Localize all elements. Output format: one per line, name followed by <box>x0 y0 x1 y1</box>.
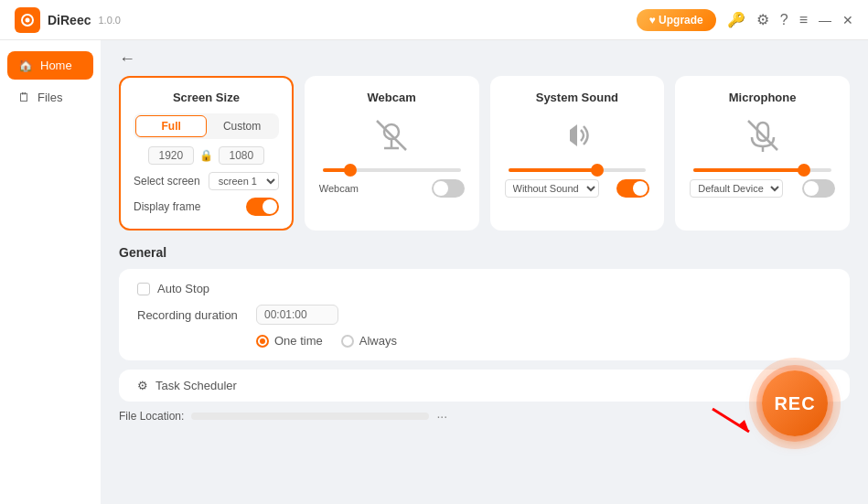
always-option[interactable]: Always <box>341 334 397 348</box>
always-radio[interactable] <box>341 335 354 348</box>
file-location-label: File Location: <box>119 410 184 423</box>
full-button[interactable]: Full <box>135 115 207 137</box>
custom-button[interactable]: Custom <box>207 115 276 137</box>
sidebar-item-files[interactable]: 🗒 Files <box>7 83 93 112</box>
size-toggle: Full Custom <box>134 113 279 139</box>
sidebar-item-home[interactable]: 🏠 Home <box>7 51 93 80</box>
webcam-icon <box>319 113 465 161</box>
key-icon[interactable]: 🔑 <box>727 11 745 28</box>
microphone-card: Microphone <box>675 76 850 231</box>
select-screen-label: Select screen <box>134 175 200 188</box>
close-button[interactable]: ✕ <box>842 13 853 27</box>
content-wrapper: ← Screen Size Full Custom 🔒 <box>101 40 868 504</box>
radio-row: One time Always <box>256 334 831 348</box>
menu-icon[interactable]: ≡ <box>799 12 808 28</box>
main-layout: 🏠 Home 🗒 Files ← Screen Size Full Custom <box>0 40 868 504</box>
screen-size-card: Screen Size Full Custom 🔒 Select screen … <box>119 76 294 231</box>
files-icon: 🗒 <box>18 91 30 104</box>
system-sound-select[interactable]: Without Sound <box>505 179 599 198</box>
rec-button[interactable]: REC <box>762 370 828 436</box>
webcam-title: Webcam <box>319 91 465 104</box>
one-time-option[interactable]: One time <box>256 334 323 348</box>
rec-label: REC <box>774 393 815 414</box>
sidebar-files-label: Files <box>38 91 62 104</box>
width-input[interactable] <box>148 146 194 165</box>
minimize-button[interactable]: — <box>819 13 831 27</box>
cards-row: Screen Size Full Custom 🔒 Select screen … <box>101 69 868 241</box>
title-bar-left: DiReec 1.0.0 <box>15 7 121 33</box>
microphone-select[interactable]: Default Device <box>690 179 783 198</box>
microphone-slider-track[interactable] <box>693 168 831 172</box>
webcam-slider-track[interactable] <box>323 168 461 172</box>
microphone-slider-fill <box>693 168 804 172</box>
content-header: ← <box>101 40 868 69</box>
microphone-icon <box>690 113 835 161</box>
screen-select[interactable]: screen 1 <box>209 172 279 190</box>
system-sound-toggle[interactable] <box>616 179 649 198</box>
webcam-label: Webcam <box>319 183 359 194</box>
task-scheduler-row[interactable]: ⚙ Task Scheduler <box>119 370 850 402</box>
task-scheduler-label: Task Scheduler <box>155 379 237 392</box>
sidebar: 🏠 Home 🗒 Files <box>0 40 101 504</box>
general-content: Auto Stop Recording duration One time <box>119 269 850 360</box>
display-frame-row: Display frame <box>134 198 279 216</box>
autostop-row: Auto Stop <box>137 282 831 295</box>
one-time-radio[interactable] <box>256 335 269 348</box>
display-frame-toggle[interactable] <box>246 198 279 216</box>
general-section: General Auto Stop Recording duration One… <box>101 241 868 370</box>
app-name: DiReec <box>48 13 91 27</box>
webcam-slider-row <box>319 168 465 172</box>
duration-input[interactable] <box>256 305 338 325</box>
sidebar-home-label: Home <box>40 59 72 72</box>
recording-duration-label: Recording duration <box>137 308 247 322</box>
webcam-card: Webcam <box>305 76 479 231</box>
back-button[interactable]: ← <box>119 49 135 69</box>
microphone-title: Microphone <box>690 91 835 104</box>
lock-icon: 🔒 <box>199 149 213 162</box>
home-icon: 🏠 <box>18 59 33 72</box>
always-label: Always <box>359 334 397 348</box>
webcam-card-bottom: Webcam <box>319 179 465 198</box>
settings-icon[interactable]: ⚙ <box>756 11 769 28</box>
general-title: General <box>119 245 850 260</box>
title-bar: DiReec 1.0.0 ♥ Upgrade 🔑 ⚙ ? ≡ — ✕ <box>0 0 868 40</box>
one-time-label: One time <box>274 334 323 348</box>
autostop-label: Auto Stop <box>157 282 209 295</box>
system-sound-slider-fill <box>509 168 598 172</box>
app-version: 1.0.0 <box>98 15 120 26</box>
svg-marker-6 <box>570 124 577 146</box>
svg-point-1 <box>26 17 30 22</box>
rec-middle-ring: REC <box>756 365 833 442</box>
rec-outer-ring: REC <box>749 358 841 449</box>
system-sound-card-bottom: Without Sound <box>505 179 650 198</box>
resolution-row: 🔒 <box>134 146 279 165</box>
webcam-slider-thumb[interactable] <box>344 164 357 177</box>
microphone-slider-thumb[interactable] <box>798 164 810 177</box>
system-sound-title: System Sound <box>505 91 650 104</box>
file-path <box>191 413 429 420</box>
app-logo <box>15 7 40 33</box>
rec-area: REC <box>749 358 841 449</box>
microphone-card-bottom: Default Device <box>690 179 835 198</box>
webcam-toggle[interactable] <box>432 179 465 198</box>
title-bar-right: ♥ Upgrade 🔑 ⚙ ? ≡ — ✕ <box>637 9 853 31</box>
svg-marker-11 <box>738 420 749 432</box>
microphone-slider-row <box>690 168 835 172</box>
task-scheduler-icon: ⚙ <box>137 379 148 392</box>
duration-row: Recording duration <box>137 305 831 325</box>
system-sound-slider-thumb[interactable] <box>591 164 604 177</box>
help-icon[interactable]: ? <box>780 12 788 28</box>
system-sound-slider-row <box>505 168 650 172</box>
microphone-toggle[interactable] <box>802 179 835 198</box>
display-frame-label: Display frame <box>134 200 200 213</box>
height-input[interactable] <box>219 146 264 165</box>
autostop-checkbox[interactable] <box>137 283 150 295</box>
screen-size-title: Screen Size <box>134 91 279 104</box>
upgrade-button[interactable]: ♥ Upgrade <box>637 9 716 31</box>
system-sound-icon <box>505 113 650 161</box>
select-screen-row: Select screen screen 1 <box>134 172 279 190</box>
file-location-more-button[interactable]: ··· <box>436 409 447 424</box>
system-sound-slider-track[interactable] <box>509 168 647 172</box>
system-sound-card: System Sound <box>490 76 665 231</box>
